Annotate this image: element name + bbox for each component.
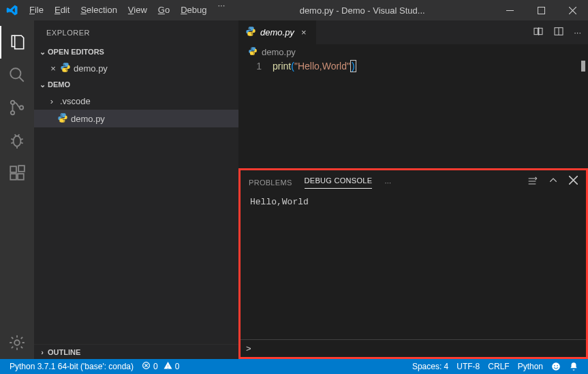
svg-point-16 bbox=[552, 362, 560, 371]
panel-tabs: PROBLEMS DEBUG CONSOLE ··· bbox=[241, 170, 586, 194]
svg-rect-1 bbox=[538, 7, 544, 14]
debug-console-output[interactable]: Hello,World bbox=[241, 194, 586, 339]
status-python-interpreter[interactable]: Python 3.7.1 64-bit ('base': conda) bbox=[5, 359, 138, 374]
open-editor-item[interactable]: × demo.py bbox=[34, 59, 238, 77]
status-problems[interactable]: 0 0 bbox=[138, 359, 183, 374]
open-editors-section[interactable]: ⌄ OPEN EDITORS bbox=[34, 44, 238, 59]
split-editor-icon[interactable] bbox=[553, 26, 564, 39]
editor-group: demo.py × ··· demo.py 1 print("Hello,Wor… bbox=[238, 20, 588, 359]
editor-body[interactable]: 1 print("Hello,World") bbox=[238, 59, 588, 168]
close-icon[interactable]: × bbox=[298, 27, 309, 37]
menu-view[interactable]: View bbox=[123, 0, 153, 20]
minimize-button[interactable] bbox=[494, 0, 525, 20]
prompt-icon: > bbox=[246, 343, 251, 354]
svg-point-5 bbox=[20, 106, 23, 109]
window-title: demo.py - Demo - Visual Stud... bbox=[230, 5, 494, 16]
outline-section[interactable]: › OUTLINE bbox=[34, 344, 238, 359]
chevron-down-icon: ⌄ bbox=[37, 48, 48, 57]
breadcrumb-file: demo.py bbox=[262, 47, 296, 57]
source-control-activity-icon[interactable] bbox=[0, 91, 34, 124]
line-number-gutter: 1 bbox=[238, 59, 273, 168]
file-name: demo.py bbox=[71, 114, 105, 124]
svg-rect-9 bbox=[18, 174, 24, 180]
svg-rect-7 bbox=[10, 166, 16, 172]
status-eol[interactable]: CRLF bbox=[484, 362, 513, 371]
menu-debug[interactable]: Debug bbox=[175, 0, 212, 20]
vscode-logo-icon bbox=[0, 4, 24, 16]
svg-point-18 bbox=[557, 365, 558, 367]
svg-point-6 bbox=[14, 136, 21, 146]
minimap-cursor bbox=[581, 61, 585, 72]
svg-point-2 bbox=[10, 68, 20, 78]
menu-edit[interactable]: Edit bbox=[49, 0, 75, 20]
tab-demo-py[interactable]: demo.py × bbox=[238, 20, 317, 44]
close-icon[interactable]: × bbox=[46, 63, 60, 74]
folder-vscode[interactable]: › .vscode bbox=[34, 92, 238, 110]
chevron-right-icon: › bbox=[46, 96, 57, 106]
file-demo-py[interactable]: demo.py bbox=[34, 110, 238, 127]
chevron-right-icon: › bbox=[37, 348, 48, 356]
chevron-down-icon: ⌄ bbox=[37, 80, 48, 89]
folder-section-label: DEMO bbox=[48, 80, 70, 89]
window-controls bbox=[494, 0, 588, 20]
settings-activity-icon[interactable] bbox=[0, 326, 34, 359]
panel: PROBLEMS DEBUG CONSOLE ··· Hello,World > bbox=[238, 168, 588, 359]
status-bar: Python 3.7.1 64-bit ('base': conda) 0 0 … bbox=[0, 359, 588, 374]
python-file-icon bbox=[245, 26, 256, 39]
warning-icon bbox=[164, 361, 172, 372]
more-actions-icon[interactable]: ··· bbox=[574, 27, 581, 37]
menu-file[interactable]: File bbox=[24, 0, 49, 20]
status-notifications-icon[interactable] bbox=[565, 362, 583, 371]
line-number: 1 bbox=[238, 61, 262, 72]
python-file-icon bbox=[60, 62, 71, 75]
explorer-title: EXPLORER bbox=[34, 20, 238, 44]
tab-problems[interactable]: PROBLEMS bbox=[249, 178, 292, 187]
status-language[interactable]: Python bbox=[514, 362, 547, 371]
outline-label: OUTLINE bbox=[48, 348, 80, 356]
folder-section[interactable]: ⌄ DEMO bbox=[34, 77, 238, 92]
explorer-sidebar: EXPLORER ⌄ OPEN EDITORS × demo.py ⌄ DEMO… bbox=[34, 20, 238, 359]
extensions-activity-icon[interactable] bbox=[0, 157, 34, 189]
compare-changes-icon[interactable] bbox=[533, 26, 544, 39]
status-encoding[interactable]: UTF-8 bbox=[452, 362, 484, 371]
svg-point-11 bbox=[14, 340, 20, 345]
maximize-button[interactable] bbox=[525, 0, 557, 20]
tab-debug-console[interactable]: DEBUG CONSOLE bbox=[305, 176, 373, 189]
search-activity-icon[interactable] bbox=[0, 59, 34, 91]
status-spaces[interactable]: Spaces: 4 bbox=[408, 362, 452, 371]
open-editor-filename: demo.py bbox=[74, 63, 108, 74]
menu-overflow-icon[interactable]: ··· bbox=[212, 0, 230, 20]
error-count: 0 bbox=[153, 362, 158, 371]
close-panel-icon[interactable] bbox=[569, 176, 578, 189]
svg-point-17 bbox=[554, 365, 555, 367]
tab-label: demo.py bbox=[260, 27, 294, 37]
svg-rect-13 bbox=[539, 28, 542, 34]
menu-go[interactable]: Go bbox=[153, 0, 175, 20]
svg-point-3 bbox=[11, 101, 14, 104]
python-file-icon bbox=[248, 46, 258, 58]
menu-selection[interactable]: Selection bbox=[75, 0, 122, 20]
breadcrumbs[interactable]: demo.py bbox=[238, 44, 588, 59]
error-icon bbox=[142, 361, 151, 372]
folder-name: .vscode bbox=[60, 96, 91, 106]
svg-rect-8 bbox=[10, 174, 16, 180]
svg-rect-0 bbox=[506, 10, 514, 11]
activity-bar bbox=[0, 20, 34, 359]
debug-activity-icon[interactable] bbox=[0, 124, 34, 157]
explorer-activity-icon[interactable] bbox=[0, 26, 34, 59]
debug-console-input[interactable]: > bbox=[241, 339, 586, 357]
collapse-panel-icon[interactable] bbox=[548, 176, 558, 189]
svg-rect-10 bbox=[18, 166, 25, 172]
warning-count: 0 bbox=[175, 362, 180, 371]
python-file-icon bbox=[57, 112, 68, 125]
status-feedback-icon[interactable] bbox=[547, 362, 565, 371]
close-button[interactable] bbox=[557, 0, 588, 20]
svg-rect-12 bbox=[534, 28, 538, 34]
clear-console-icon[interactable] bbox=[527, 176, 538, 189]
editor-tabs: demo.py × ··· bbox=[238, 20, 588, 44]
menu-bar: File Edit Selection View Go Debug ··· bbox=[24, 0, 230, 20]
panel-tabs-overflow-icon[interactable]: ··· bbox=[384, 178, 391, 187]
titlebar: File Edit Selection View Go Debug ··· de… bbox=[0, 0, 588, 20]
editor-content[interactable]: print("Hello,World") bbox=[273, 59, 588, 168]
open-editors-label: OPEN EDITORS bbox=[48, 48, 104, 56]
